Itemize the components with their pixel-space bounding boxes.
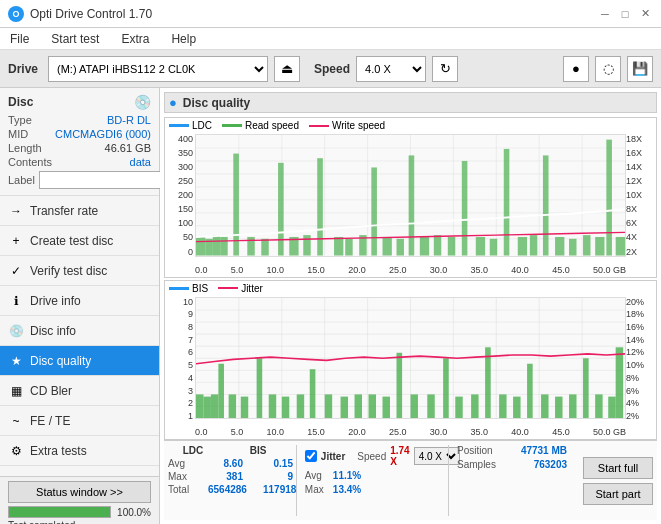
sidebar-item-disc-quality[interactable]: ★ Disc quality [0,346,159,376]
titlebar-controls: ─ □ ✕ [597,6,653,22]
svg-rect-86 [411,394,418,418]
status-bar: Status window >> 100.0% Test completed [0,476,159,524]
menu-extra[interactable]: Extra [117,30,153,48]
speed-select[interactable]: 4.0 X [356,56,426,82]
erase-button[interactable]: ◌ [595,56,621,82]
svg-rect-98 [583,358,589,418]
chart1-x-axis: 0.0 5.0 10.0 15.0 20.0 25.0 30.0 35.0 40… [195,265,626,275]
eject-button[interactable]: ⏏ [274,56,300,82]
svg-rect-24 [278,163,284,256]
stats-divider1 [296,445,297,516]
extra-tests-icon: ⚙ [8,443,24,459]
sidebar-item-cd-bler[interactable]: ▦ CD Bler [0,376,159,406]
jitter-checkbox[interactable] [305,450,317,462]
disc-label-input[interactable] [39,171,172,189]
svg-rect-34 [409,155,415,255]
disc-mid-label: MID [8,128,28,140]
legend-read-label: Read speed [245,120,299,131]
svg-rect-27 [317,158,323,255]
speed-val: 1.74 X [390,445,409,467]
legend-jitter-label: Jitter [241,283,263,294]
stats-total-row: Total 6564286 117918 [168,484,288,495]
refresh-button[interactable]: ↻ [432,56,458,82]
stats-divider2 [448,445,449,516]
svg-rect-72 [218,363,224,418]
svg-rect-90 [471,394,478,418]
legend-bis: BIS [169,283,208,294]
menu-file[interactable]: File [6,30,33,48]
sidebar-item-create-test-disc[interactable]: + Create test disc [0,226,159,256]
app-logo: O [8,6,24,22]
svg-rect-100 [608,396,615,418]
legend-bis-label: BIS [192,283,208,294]
cd-bler-icon: ▦ [8,383,24,399]
start-full-button[interactable]: Start full [583,457,653,479]
jitter-avg-row: Avg 11.1% [305,470,440,481]
maximize-button[interactable]: □ [617,6,633,22]
menu-help[interactable]: Help [167,30,200,48]
chart2-y-axis-left: 10 9 8 7 6 5 4 3 2 1 [165,297,195,422]
drive-label: Drive [8,62,38,76]
sidebar: Disc 💿 Type BD-R DL MID CMCMAGDI6 (000) … [0,88,160,524]
titlebar-left: O Opti Drive Control 1.70 [8,6,152,22]
verify-test-disc-icon: ✓ [8,263,24,279]
svg-rect-94 [527,363,533,418]
stats-position: Position 47731 MB Samples 763203 [457,445,567,516]
sidebar-item-fe-te[interactable]: ~ FE / TE [0,406,159,436]
menu-start-test[interactable]: Start test [47,30,103,48]
sidebar-label-verify-test-disc: Verify test disc [30,264,107,278]
sidebar-item-extra-tests[interactable]: ⚙ Extra tests [0,436,159,466]
position-row: Position 47731 MB [457,445,567,456]
svg-rect-36 [434,235,441,255]
svg-rect-93 [513,396,520,418]
svg-rect-28 [334,237,343,256]
fe-te-icon: ~ [8,413,24,429]
save-button[interactable]: 💾 [627,56,653,82]
legend-ldc-label: LDC [192,120,212,131]
legend-jitter: Jitter [218,283,263,294]
sidebar-label-disc-quality: Disc quality [30,354,91,368]
svg-rect-91 [485,347,491,418]
disc-mid-value: CMCMAGDI6 (000) [55,128,151,140]
sidebar-item-disc-info[interactable]: 💿 Disc info [0,316,159,346]
action-buttons: Start full Start part [583,445,653,516]
drive-select[interactable]: (M:) ATAPI iHBS112 2 CL0K [48,56,268,82]
svg-rect-31 [371,167,377,255]
chart1-plot [195,134,626,257]
svg-rect-40 [490,239,497,256]
svg-rect-82 [355,394,362,418]
nav-items: → Transfer rate + Create test disc ✓ Ver… [0,196,159,476]
svg-rect-80 [325,394,332,418]
disc-icon: 💿 [134,94,151,110]
svg-rect-75 [257,358,263,418]
disc-type-value: BD-R DL [107,114,151,126]
svg-rect-83 [369,394,376,418]
chart2-svg [196,298,625,419]
legend-write-line [309,125,329,127]
jitter-max-row: Max 13.4% [305,484,440,495]
chart1-wrapper: LDC Read speed Write speed [164,117,657,278]
start-part-button[interactable]: Start part [583,483,653,505]
samples-row: Samples 763203 [457,459,567,470]
chart1-legend: LDC Read speed Write speed [169,120,385,131]
close-button[interactable]: ✕ [637,6,653,22]
svg-rect-69 [196,394,203,418]
svg-rect-48 [595,237,604,256]
minimize-button[interactable]: ─ [597,6,613,22]
ldc-avg: 8.60 [208,458,243,469]
charts-container: LDC Read speed Write speed [164,117,657,440]
jitter-label: Jitter [321,451,345,462]
svg-rect-38 [462,161,468,256]
svg-rect-70 [203,396,210,418]
sidebar-item-transfer-rate[interactable]: → Transfer rate [0,196,159,226]
bis-header: BIS [238,445,278,456]
sidebar-item-drive-info[interactable]: ℹ Drive info [0,286,159,316]
status-window-button[interactable]: Status window >> [8,481,151,503]
svg-rect-79 [310,369,316,418]
burn-button[interactable]: ● [563,56,589,82]
svg-rect-101 [616,347,623,418]
position-label: Position [457,445,493,456]
svg-rect-97 [569,394,576,418]
speed-select-stats[interactable]: 4.0 X [414,447,460,465]
sidebar-item-verify-test-disc[interactable]: ✓ Verify test disc [0,256,159,286]
